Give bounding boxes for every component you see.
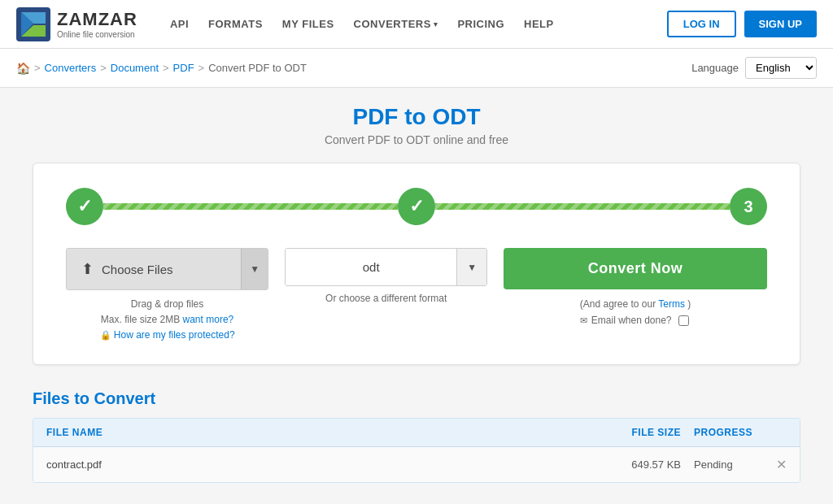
- language-label: Language: [691, 62, 739, 74]
- converter-card: ✓ ✓ 3 ⬆ Choose Files ▼: [33, 163, 800, 365]
- email-checkbox[interactable]: [678, 315, 689, 326]
- terms-hint: (And agree to our Terms ): [580, 296, 691, 312]
- format-dropdown[interactable]: ▼: [456, 249, 486, 285]
- choose-files-button[interactable]: ⬆ Choose Files: [67, 249, 241, 289]
- login-button[interactable]: LOG IN: [667, 11, 736, 37]
- choose-files-dropdown[interactable]: ▼: [241, 249, 268, 289]
- col-filename-header: FILE NAME: [46, 427, 600, 438]
- file-hints: Drag & drop files Max. file size 2MB wan…: [100, 297, 235, 344]
- table-row: contract.pdf 649.57 KB Pending ✕: [33, 447, 800, 482]
- step-1-circle: ✓: [66, 188, 103, 225]
- email-row: ✉ Email when done?: [580, 312, 691, 328]
- main-nav: API FORMATS MY FILES CONVERTERS ▾ PRICIN…: [170, 18, 667, 30]
- files-title-plain: Files to: [33, 389, 94, 407]
- step-1-symbol: ✓: [77, 196, 92, 217]
- files-table: FILE NAME FILE SIZE PROGRESS contract.pd…: [33, 418, 800, 483]
- email-label: Email when done?: [591, 312, 672, 328]
- step-1-col: ⬆ Choose Files ▼ Drag & drop files Max. …: [66, 248, 268, 344]
- page-subtitle: Convert PDF to ODT online and free: [33, 133, 800, 146]
- main-content: PDF to ODT Convert PDF to ODT online and…: [0, 88, 833, 499]
- breadcrumb-current: Convert PDF to ODT: [208, 62, 307, 74]
- step-3-circle: 3: [730, 188, 767, 225]
- step-line-1: [103, 203, 398, 210]
- convert-hints: (And agree to our Terms ) ✉ Email when d…: [580, 296, 691, 329]
- step-3-col: Convert Now (And agree to our Terms ) ✉ …: [504, 248, 767, 329]
- col-filesize-header: FILE SIZE: [600, 427, 681, 438]
- step-2-col: odt ▼ Or choose a different format: [285, 248, 487, 304]
- format-display: odt: [286, 249, 456, 285]
- file-size-cell: 649.57 KB: [600, 458, 681, 471]
- breadcrumb-pdf[interactable]: PDF: [173, 62, 194, 74]
- logo-icon: [16, 7, 50, 41]
- format-wrapper: odt ▼: [285, 248, 487, 286]
- files-title-accent: Convert: [94, 389, 156, 407]
- breadcrumb-converters[interactable]: Converters: [45, 62, 97, 74]
- logo: ZAMZAR Online file conversion: [16, 7, 137, 41]
- email-icon: ✉: [580, 313, 587, 328]
- step-2-circle: ✓: [398, 188, 435, 225]
- chevron-down-icon: ▾: [434, 20, 438, 28]
- page-title-area: PDF to ODT Convert PDF to ODT online and…: [33, 104, 800, 146]
- chevron-down-icon: ▼: [250, 263, 259, 275]
- files-section-title: Files to Convert: [33, 389, 800, 408]
- nav-converters[interactable]: CONVERTERS ▾: [354, 18, 438, 30]
- signup-button[interactable]: SIGN UP: [744, 11, 817, 37]
- language-selector: Language English Français Deutsch Españo…: [691, 57, 817, 79]
- choose-files-wrapper: ⬆ Choose Files ▼: [66, 248, 268, 290]
- terms-link[interactable]: Terms: [658, 298, 685, 310]
- steps-progress: ✓ ✓ 3: [66, 188, 767, 225]
- chevron-down-icon: ▼: [467, 262, 477, 273]
- upload-icon: ⬆: [81, 260, 94, 278]
- actions-row: ⬆ Choose Files ▼ Drag & drop files Max. …: [66, 248, 767, 344]
- site-tagline: Online file conversion: [57, 30, 137, 39]
- file-name-cell: contract.pdf: [46, 458, 600, 471]
- nav-pricing[interactable]: PRICING: [457, 18, 504, 30]
- format-hint: Or choose a different format: [325, 293, 447, 304]
- lock-icon: 🔒: [100, 330, 111, 340]
- file-protection-link[interactable]: How are my files protected?: [114, 329, 235, 341]
- nav-help[interactable]: HELP: [524, 18, 554, 30]
- nav-api[interactable]: API: [170, 18, 189, 30]
- nav-myfiles[interactable]: MY FILES: [282, 18, 334, 30]
- col-progress-header: PROGRESS: [681, 427, 762, 438]
- convert-now-button[interactable]: Convert Now: [504, 248, 767, 289]
- drag-drop-hint: Drag & drop files: [100, 297, 235, 312]
- breadcrumb-bar: 🏠 > Converters > Document > PDF > Conver…: [0, 49, 833, 88]
- choose-files-label: Choose Files: [102, 263, 173, 276]
- site-name: ZAMZAR: [57, 9, 137, 30]
- want-more-link[interactable]: want more?: [183, 314, 234, 325]
- page-title: PDF to ODT: [33, 104, 800, 130]
- header-actions: LOG IN SIGN UP: [667, 11, 817, 37]
- breadcrumb-home[interactable]: 🏠: [16, 62, 30, 75]
- language-dropdown[interactable]: English Français Deutsch Español: [745, 57, 817, 79]
- step-3-symbol: 3: [744, 198, 752, 216]
- header: ZAMZAR Online file conversion API FORMAT…: [0, 0, 833, 49]
- step-line-2: [435, 203, 730, 210]
- nav-converters-label: CONVERTERS: [354, 18, 431, 30]
- protection-hint: 🔒 How are my files protected?: [100, 328, 235, 343]
- remove-file-button[interactable]: ✕: [762, 457, 787, 472]
- file-progress-cell: Pending: [681, 458, 762, 471]
- breadcrumb: 🏠 > Converters > Document > PDF > Conver…: [16, 62, 307, 75]
- breadcrumb-document[interactable]: Document: [111, 62, 159, 74]
- files-table-header: FILE NAME FILE SIZE PROGRESS: [33, 419, 800, 447]
- step-2-symbol: ✓: [409, 196, 424, 217]
- files-section: Files to Convert FILE NAME FILE SIZE PRO…: [33, 389, 800, 483]
- filesize-hint: Max. file size 2MB want more?: [100, 312, 235, 328]
- nav-formats[interactable]: FORMATS: [208, 18, 263, 30]
